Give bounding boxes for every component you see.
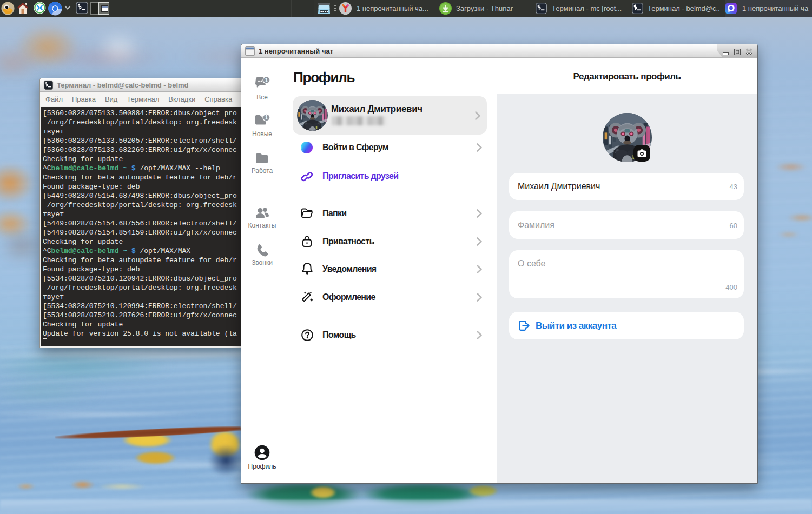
svg-text:1: 1 bbox=[265, 115, 268, 121]
svg-text:1: 1 bbox=[265, 77, 268, 83]
